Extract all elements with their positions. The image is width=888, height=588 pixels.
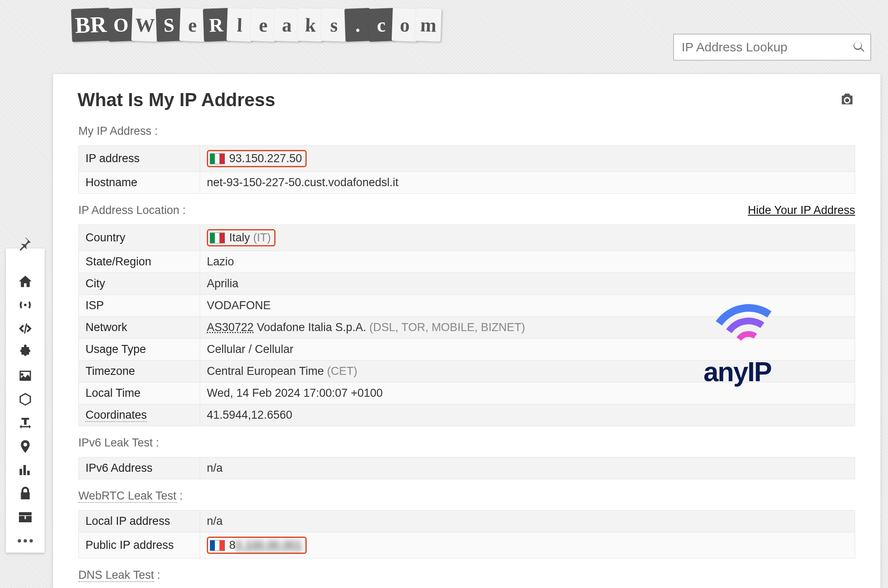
section-location: IP Address Location : Hide Your IP Addre… <box>53 194 880 225</box>
region-label: State/Region <box>79 251 200 273</box>
table-row: IPv6 Address n/a <box>79 457 855 479</box>
bars-icon[interactable] <box>6 458 45 482</box>
table-row: Local IP address n/a <box>79 510 855 532</box>
hostname-value: net-93-150-227-50.cust.vodafonedsl.it <box>200 172 855 194</box>
timezone-value: Central European Time <box>207 365 324 377</box>
location-icon[interactable] <box>6 435 45 458</box>
network-tags: (DSL, TOR, MOBILE, BIZNET) <box>369 321 525 334</box>
firewall-icon[interactable] <box>6 505 45 529</box>
signal-icon[interactable] <box>6 293 45 317</box>
pin-icon[interactable] <box>17 236 34 253</box>
table-row: Country Italy (IT) <box>79 225 855 251</box>
cube-icon[interactable] <box>6 388 45 411</box>
search-icon[interactable] <box>852 39 866 55</box>
local-ip-value: n/a <box>200 510 855 532</box>
coordinates-label: Coordinates <box>86 409 147 422</box>
code-icon[interactable] <box>6 317 45 340</box>
ipv6-label: IPv6 Address <box>79 457 200 479</box>
table-row: Public IP address 80.100.00.001 <box>79 532 855 559</box>
page-title: What Is My IP Address <box>78 89 275 110</box>
ip-lookup-search[interactable] <box>673 34 871 61</box>
ip-address-label: IP address <box>79 146 200 172</box>
site-logo[interactable]: BR O W S e R l e a k s . c o m <box>72 8 439 41</box>
region-value: Lazio <box>200 251 855 273</box>
flag-fr-icon <box>210 540 225 551</box>
table-row: City Aprilia <box>79 273 855 295</box>
screenshot-icon[interactable] <box>839 91 855 109</box>
section-ipv6: IPv6 Leak Test : <box>53 426 880 457</box>
table-row: IP address 93.150.227.50 <box>79 146 855 172</box>
section-dns: DNS Leak Test : <box>53 559 880 588</box>
section-my-ip: My IP Address : <box>53 115 880 145</box>
usage-label: Usage Type <box>79 339 200 361</box>
text-width-icon[interactable] <box>6 411 45 435</box>
left-sidebar <box>6 249 45 553</box>
public-ip-label: Public IP address <box>79 532 200 559</box>
coordinates-value: 41.5944,12.6560 <box>200 404 855 426</box>
local-ip-label: Local IP address <box>79 510 200 532</box>
table-row: Hostname net-93-150-227-50.cust.vodafone… <box>79 172 855 194</box>
hostname-label: Hostname <box>79 172 200 194</box>
table-row: Coordinates 41.5944,12.6560 <box>79 404 855 426</box>
public-ip-value: 80.100.00.001 <box>207 537 307 554</box>
ip-address-value: 93.150.227.50 <box>207 150 307 167</box>
more-icon[interactable] <box>6 529 45 553</box>
localtime-label: Local Time <box>79 382 200 404</box>
network-name: Vodafone Italia S.p.A. <box>257 321 366 334</box>
ip-lookup-input[interactable] <box>682 40 852 54</box>
ad-anyip[interactable]: anyIP <box>703 356 826 388</box>
timezone-label: Timezone <box>79 361 200 382</box>
hide-ip-link[interactable]: Hide Your IP Address <box>748 204 855 217</box>
webrtc-table: Local IP address n/a Public IP address 8… <box>78 510 855 559</box>
isp-label: ISP <box>79 295 200 317</box>
ipv6-table: IPv6 Address n/a <box>78 457 855 479</box>
flag-it-icon <box>210 233 225 243</box>
city-label: City <box>79 273 200 295</box>
main-panel: What Is My IP Address My IP Address : IP… <box>53 74 880 588</box>
image-icon[interactable] <box>6 364 45 388</box>
webrtc-link[interactable]: WebRTC Leak Test <box>78 489 177 503</box>
section-webrtc: WebRTC Leak Test : <box>53 479 880 510</box>
country-label: Country <box>79 225 200 251</box>
dns-link[interactable]: DNS Leak Test <box>78 569 154 582</box>
asn-link[interactable]: AS30722 <box>207 321 254 334</box>
ip-table: IP address 93.150.227.50 Hostname net-93… <box>78 145 855 194</box>
timezone-code: (CET) <box>327 365 357 377</box>
home-icon[interactable] <box>6 270 45 293</box>
flag-it-icon <box>210 153 225 164</box>
country-value: Italy (IT) <box>207 229 275 246</box>
ipv6-value: n/a <box>200 457 855 479</box>
lock-icon[interactable] <box>6 482 45 505</box>
plugin-icon[interactable] <box>6 340 45 364</box>
city-value: Aprilia <box>200 273 855 295</box>
table-row: State/Region Lazio <box>79 251 855 273</box>
network-label: Network <box>79 317 200 339</box>
